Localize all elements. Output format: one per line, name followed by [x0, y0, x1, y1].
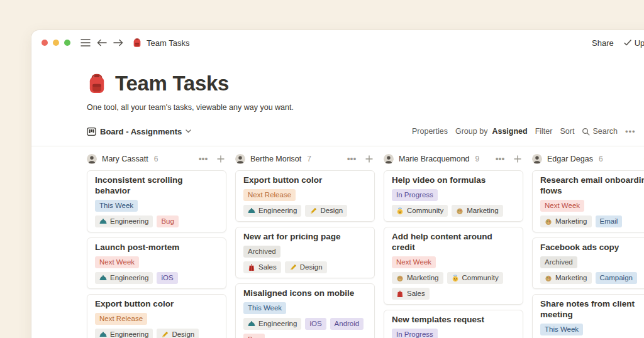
task-card[interactable]: Export button color Next Release Enginee… — [87, 294, 226, 338]
column-header: Mary Cassatt 6 ••• — [87, 152, 226, 166]
card-status-row: Archived — [540, 256, 644, 268]
engineering-tag: Engineering — [95, 272, 153, 284]
task-card[interactable]: Facebook ads copy Archived MarketingCamp… — [532, 237, 644, 289]
task-card[interactable]: New art for pricing page Archived SalesD… — [235, 227, 375, 278]
column-count: 9 — [475, 155, 480, 163]
column-cards: Inconsistent scrolling behavior This Wee… — [87, 170, 226, 338]
in-progress-tag: In Progress — [392, 189, 438, 201]
column-more-button[interactable]: ••• — [494, 153, 506, 165]
card-title: New templates request — [392, 314, 515, 325]
window-title: Team Tasks — [147, 38, 189, 48]
archived-tag: Archived — [243, 246, 280, 258]
community-icon — [452, 275, 459, 282]
card-status-row: In Progress — [392, 329, 515, 338]
card-title: Facebook ads copy — [540, 242, 644, 253]
plus-icon — [217, 155, 225, 163]
minimize-window-button[interactable] — [53, 40, 59, 46]
engineering-tag: Engineering — [243, 318, 301, 330]
avatar — [235, 154, 245, 164]
task-card[interactable]: Launch post-mortem Next Week Engineering… — [87, 237, 226, 289]
more-options-button[interactable]: ••• — [625, 127, 636, 136]
card-tags-row: EngineeringDesign — [243, 205, 367, 217]
share-button[interactable]: Share — [592, 38, 614, 48]
column-add-button[interactable] — [512, 153, 523, 165]
backpack-icon — [132, 38, 142, 48]
zoom-window-button[interactable] — [64, 40, 70, 46]
engineering-icon — [99, 218, 107, 226]
search-button[interactable]: Search — [582, 127, 618, 136]
next-week-tag: Next Week — [392, 256, 436, 268]
titlebar-actions: Share Updates — [592, 30, 644, 55]
forward-arrow-icon[interactable] — [112, 36, 125, 49]
sort-button[interactable]: Sort — [560, 127, 574, 136]
card-status-row: This Week — [243, 302, 367, 314]
backpack-icon[interactable] — [87, 72, 107, 95]
column-cards: Export button color Next Release Enginee… — [235, 170, 375, 338]
this-week-tag: This Week — [95, 200, 138, 212]
column-more-button[interactable]: ••• — [197, 153, 209, 165]
group-by-button[interactable]: Group by Assigned — [455, 127, 528, 136]
card-title: New art for pricing page — [243, 231, 367, 242]
task-card[interactable]: Export button color Next Release Enginee… — [235, 170, 375, 222]
next-release-tag: Next Release — [95, 313, 147, 325]
card-status-row: Next Week — [540, 200, 644, 212]
column-more-button[interactable]: ••• — [346, 153, 357, 165]
column-count: 7 — [307, 155, 311, 163]
titlebar: Team Tasks Share Updates — [31, 30, 644, 55]
engineering-icon — [99, 331, 107, 338]
task-card[interactable]: Inconsistent scrolling behavior This Wee… — [87, 170, 226, 232]
this-week-tag: This Week — [540, 324, 583, 335]
board-view-icon — [87, 127, 96, 136]
next-week-tag: Next Week — [540, 200, 584, 212]
card-tags-row: EngineeringiOSAndroidBug — [243, 318, 367, 338]
marketing-icon — [456, 207, 464, 215]
back-arrow-icon[interactable] — [96, 36, 108, 49]
next-week-tag: Next Week — [95, 256, 139, 268]
task-card[interactable]: Share notes from client meeting This Wee… — [532, 294, 644, 338]
marketing-tag: Marketing — [540, 272, 592, 284]
design-tag: Design — [305, 205, 347, 217]
task-card[interactable]: Misaligned icons on mobile This Week Eng… — [235, 283, 375, 338]
search-icon — [582, 128, 590, 136]
column-actions: ••• — [197, 153, 226, 165]
card-title: Export button color — [95, 298, 218, 309]
engineering-icon — [248, 320, 255, 328]
window-controls — [42, 40, 70, 46]
board-column: Berthe Morisot 7 ••• Export button color… — [235, 152, 375, 338]
view-switcher-button[interactable]: Board - Assignments — [87, 127, 191, 136]
updates-button[interactable]: Updates — [624, 38, 644, 48]
card-status-row: Next Release — [243, 189, 367, 201]
sales-icon — [396, 290, 404, 298]
card-tags-row: MarketingEmail — [540, 215, 644, 227]
engineering-icon — [248, 207, 255, 215]
task-card[interactable]: Add help content around credit Next Week… — [384, 227, 523, 305]
filter-button[interactable]: Filter — [535, 127, 553, 136]
card-status-row: This Week — [95, 200, 218, 212]
card-tags-row: SalesDesign — [243, 261, 367, 273]
design-icon — [289, 264, 297, 271]
plus-icon — [514, 155, 521, 163]
column-title: Marie Bracquemond — [399, 155, 470, 163]
engineering-tag: Engineering — [95, 215, 153, 227]
bug-tag: Bug — [157, 215, 178, 227]
task-card[interactable]: Research email onboarding flows Next Wee… — [532, 170, 644, 232]
card-tags-row: EngineeringDesign — [95, 329, 218, 338]
task-card[interactable]: New templates request In Progress Market… — [384, 310, 523, 338]
card-title: Add help content around credit — [392, 231, 515, 253]
column-add-button[interactable] — [364, 153, 375, 165]
card-title: Misaligned icons on mobile — [243, 288, 367, 298]
toolbar-divider — [31, 146, 644, 146]
column-title: Berthe Morisot — [250, 155, 301, 163]
app-window: Team Tasks Share Updates Team Tasks One … — [31, 30, 644, 338]
column-add-button[interactable] — [215, 153, 226, 165]
properties-button[interactable]: Properties — [412, 127, 448, 136]
community-tag: Community — [447, 272, 503, 284]
marketing-icon — [396, 275, 404, 282]
sales-tag: Sales — [392, 288, 430, 300]
avatar — [384, 154, 394, 164]
task-card[interactable]: Help video on formulas In Progress Commu… — [384, 170, 523, 222]
menu-icon[interactable] — [79, 36, 92, 49]
card-status-row: Next Week — [95, 256, 218, 268]
close-window-button[interactable] — [42, 40, 48, 46]
page-title: Team Tasks — [115, 72, 229, 95]
